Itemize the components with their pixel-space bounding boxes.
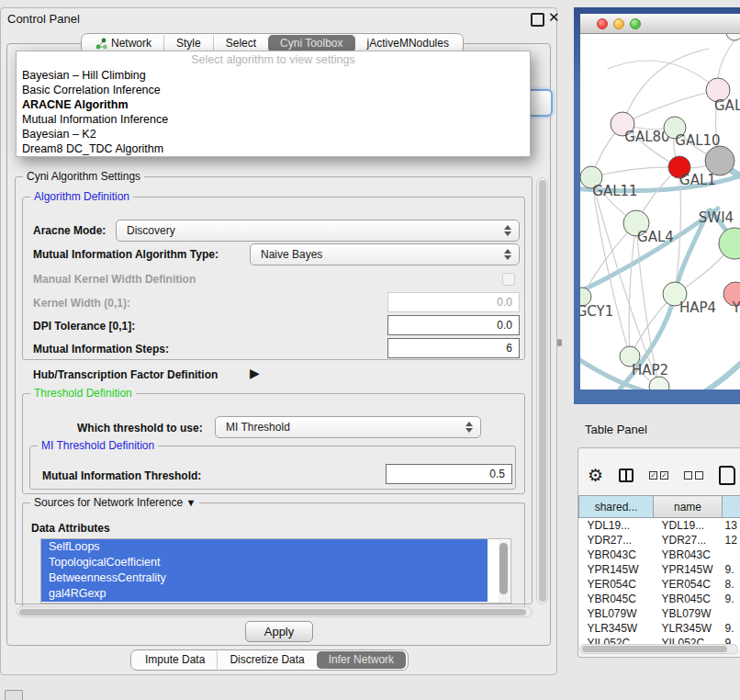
data-attributes-label: Data Attributes — [31, 522, 110, 535]
mac-zoom-icon[interactable] — [630, 18, 641, 29]
apply-button[interactable]: Apply — [245, 621, 313, 642]
gear-icon[interactable]: ⚙ — [588, 465, 603, 486]
network-canvas[interactable]: GALGAL80GAL10GAL1GAL11SWI4GAL4GCY1HAP4YH… — [580, 34, 740, 390]
splitter-handle[interactable] — [557, 339, 562, 346]
table-row[interactable]: YDL19...YDL19...13 — [579, 518, 740, 534]
table-row[interactable]: YBR045CYBR045C9. — [579, 592, 740, 606]
select-all-icon[interactable]: ✓✓ — [649, 471, 668, 480]
network-window-titlebar[interactable] — [580, 14, 740, 34]
control-panel-title: Control Panel — [7, 12, 80, 26]
table-column-header[interactable]: shared... — [579, 496, 654, 518]
table-row[interactable]: YER054CYER054C8. — [579, 577, 740, 592]
combo-arrows-icon — [504, 225, 511, 236]
network-edge — [608, 61, 718, 90]
node-label: GAL11 — [592, 183, 637, 199]
algorithm-option[interactable]: Mutual Information Inference — [17, 112, 530, 127]
mi-steps-field[interactable]: 6 — [387, 338, 520, 358]
tab-discretize-data[interactable]: Discretize Data — [217, 651, 316, 669]
attribute-list-item[interactable]: TopologicalCoefficient — [41, 555, 488, 570]
combo-arrows-icon — [504, 249, 511, 260]
attribute-list-item[interactable]: gal4RGexp — [41, 586, 488, 602]
algorithm-definition-title: Algorithm Definition — [30, 190, 133, 203]
mac-minimize-icon[interactable] — [613, 18, 624, 29]
node-label: GAL80 — [624, 129, 669, 145]
table-panel-title: Table Panel — [585, 423, 647, 436]
network-icon — [95, 38, 107, 50]
node-table: shared...name YDL19...YDL19...13YDR27...… — [578, 495, 740, 650]
close-icon[interactable]: ✕ — [548, 9, 560, 26]
tab-impute-data[interactable]: Impute Data — [133, 651, 217, 669]
network-edge — [629, 223, 636, 356]
which-threshold-value: MI Threshold — [226, 421, 290, 434]
aracne-mode-label: Aracne Mode: — [33, 224, 106, 237]
node-label: GAL — [714, 97, 740, 114]
node-label: GCY1 — [580, 303, 613, 320]
network-edge — [718, 40, 734, 78]
tab-infer-network[interactable]: Infer Network — [317, 651, 406, 669]
attribute-list-item[interactable]: BetweennessCentrality — [41, 570, 488, 586]
aracne-mode-combobox[interactable]: Discovery — [116, 220, 520, 242]
mi-threshold-group-title: MI Threshold Definition — [38, 439, 158, 452]
algorithm-option[interactable]: Bayesian – Hill Climbing — [17, 68, 530, 83]
network-edge — [591, 167, 679, 177]
algorithm-option[interactable]: Dream8 DC_TDC Algorithm — [17, 141, 530, 156]
expand-right-icon[interactable]: ▶ — [250, 366, 260, 380]
network-node-swi4[interactable] — [719, 228, 740, 259]
table-row[interactable]: YBL079WYBL079W — [579, 606, 740, 621]
table-column-header[interactable] — [723, 496, 740, 518]
expand-down-icon[interactable]: ▼ — [185, 497, 196, 508]
network-node[interactable] — [649, 377, 669, 390]
attribute-list-item[interactable]: SelfLoops — [41, 539, 488, 555]
table-row[interactable]: YPR145WYPR145W9. — [579, 562, 740, 577]
application-root: Control Panel ✕ NetworkStyleSelectCyni T… — [0, 0, 740, 700]
kernel-width-label: Kernel Width (0,1): — [33, 297, 130, 310]
node-label: HAP4 — [679, 299, 716, 316]
table-row[interactable]: YDR27...YDR27...12 — [579, 533, 740, 548]
list-vertical-scrollbar[interactable] — [499, 540, 510, 603]
infer-tabbar: Impute DataDiscretize DataInfer Network — [130, 649, 409, 671]
algorithm-option[interactable]: ARACNE Algorithm — [17, 97, 530, 112]
aracne-mode-value: Discovery — [127, 224, 175, 237]
which-threshold-combobox[interactable]: MI Threshold — [215, 416, 481, 438]
which-threshold-label: Which threshold to use: — [77, 422, 203, 435]
network-graph: GALGAL80GAL10GAL1GAL11SWI4GAL4GCY1HAP4YH… — [580, 34, 740, 390]
kernel-width-field[interactable]: 0.0 — [387, 292, 520, 312]
mi-type-combobox[interactable]: Naive Bayes — [250, 243, 520, 265]
network-edge — [698, 357, 740, 390]
collapsed-panel-icon[interactable] — [5, 690, 23, 700]
table-horizontal-scrollbar[interactable] — [579, 644, 738, 654]
dpi-tolerance-field[interactable]: 0.0 — [387, 315, 520, 335]
mi-threshold-label: Mutual Information Threshold: — [42, 469, 201, 482]
deselect-all-icon[interactable] — [684, 471, 703, 480]
manual-kernel-label: Manual Kernel Width Definition — [33, 273, 196, 286]
algorithm-option[interactable]: Bayesian – K2 — [17, 127, 530, 141]
node-label: Y — [731, 299, 740, 316]
table-column-header[interactable]: name — [654, 496, 723, 518]
mi-steps-label: Mutual Information Steps: — [33, 343, 169, 356]
manual-kernel-checkbox[interactable] — [502, 273, 515, 286]
combo-arrows-icon — [465, 422, 473, 433]
algorithm-option[interactable]: Basic Correlation Inference — [17, 83, 530, 97]
algorithm-popup-header: Select algorithm to view settings — [17, 53, 530, 68]
mi-type-label: Mutual Information Algorithm Type: — [33, 248, 219, 261]
table-row[interactable]: YBR043CYBR043C — [579, 548, 740, 562]
hub-definition-label: Hub/Transcription Factor Definition — [33, 368, 218, 381]
table-panel-toolbar: ⚙ ✓✓ — [588, 459, 740, 491]
settings-vertical-scrollbar[interactable] — [536, 177, 548, 604]
network-view-window: GALGAL80GAL10GAL1GAL11SWI4GAL4GCY1HAP4YH… — [574, 7, 740, 404]
mac-close-icon[interactable] — [597, 18, 608, 29]
network-node[interactable] — [726, 34, 740, 40]
mi-threshold-field[interactable]: 0.5 — [386, 464, 512, 484]
new-column-icon[interactable] — [719, 466, 735, 485]
float-icon[interactable] — [531, 13, 544, 27]
cyni-settings-title: Cyni Algorithm Settings — [23, 170, 144, 183]
algorithm-popup-list: Bayesian – Hill ClimbingBasic Correlatio… — [17, 68, 530, 156]
data-attributes-list[interactable]: SelfLoopsTopologicalCoefficientBetweenne… — [40, 538, 511, 604]
table-row[interactable]: YLR345WYLR345W9. — [579, 621, 740, 636]
network-node[interactable] — [705, 146, 734, 175]
mi-type-value: Naive Bayes — [261, 248, 322, 261]
dpi-tolerance-label: DPI Tolerance [0,1]: — [33, 320, 135, 333]
node-label: HAP2 — [632, 362, 668, 378]
settings-horizontal-scrollbar[interactable] — [17, 606, 533, 617]
columns-icon[interactable] — [619, 469, 633, 482]
